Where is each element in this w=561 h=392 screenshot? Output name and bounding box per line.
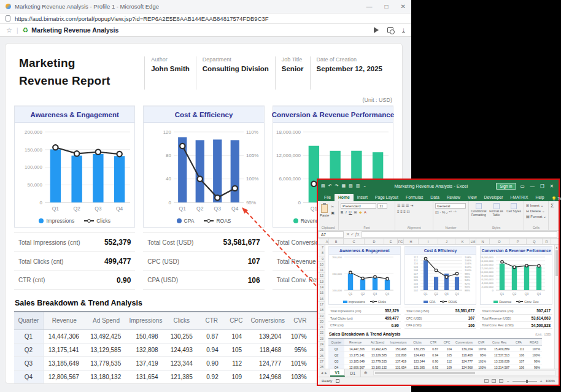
ribbon-tab-help[interactable]: Help [532,194,548,201]
row-header-17[interactable]: 17 [318,302,325,307]
minimize-button[interactable]: — [366,3,373,10]
ribbon-tab-view[interactable]: View [464,194,481,201]
ribbon-tab-i-matrix[interactable]: i-MATRIX [507,194,532,201]
column-header-K[interactable]: K [455,239,470,244]
delete-cells-button[interactable]: ⊟ Delete ⌄ [526,209,545,213]
ribbon-tab-page-layout[interactable]: Page Layout [371,194,402,201]
sort-filter-button[interactable]: Sort & Filter [556,208,559,215]
row-header-28[interactable]: 28 [318,364,325,369]
ribbon-tab-review[interactable]: Review [443,194,464,201]
column-header-H[interactable]: H [404,239,419,244]
zoom-in-icon[interactable]: + [540,379,543,383]
bold-button[interactable]: B [341,210,344,214]
macro-record-icon[interactable] [336,379,339,383]
page-break-view-icon[interactable] [499,379,503,383]
column-header-FG[interactable]: FG [398,239,404,244]
cell-styles-icon[interactable] [511,203,517,209]
row-header-9[interactable]: 9 [318,256,325,262]
excel-close-button[interactable]: ✕ [550,183,554,189]
paste-button[interactable]: Paste [320,213,329,218]
border-button[interactable]: ⊞ [354,210,357,214]
number-format-combo[interactable]: General [435,203,466,209]
format-cells-button[interactable]: ▤ Format ⌄ [526,214,546,219]
ribbon-tab-file[interactable]: File [320,194,335,201]
align-bottom-icons[interactable]: ≡ ≡ ≡ ⊡ [397,209,410,214]
number-icons[interactable]: ◫ · % ٫ ⁺⁰ ⁻⁰ [435,210,456,215]
row-header-26[interactable]: 26 [318,353,325,359]
row-header-14[interactable]: 14 [318,285,325,290]
row-header-15[interactable]: 15 [318,290,325,296]
horizontal-scrollbar[interactable] [373,371,556,375]
ribbon-tab-formulas[interactable]: Formulas [402,194,427,201]
row-header-21[interactable]: 21 [318,325,325,330]
undo-icon[interactable]: ↶ [328,183,332,188]
zoom-slider[interactable] [513,381,537,382]
align-top-icons[interactable]: ☰ ☰ ☰ ⇥ [397,203,413,208]
row-header-13[interactable]: 13 [318,279,325,285]
underline-button[interactable]: U [349,210,352,214]
column-header-C[interactable]: C [344,239,365,244]
download-icon[interactable]: ↓ [402,27,405,33]
autosum-icon[interactable]: Σ [551,203,554,208]
sheet-area[interactable]: Awareness & Engagement200,000150,000100,… [325,245,559,369]
font-name-combo[interactable]: Pretendard [341,203,376,209]
italic-button[interactable]: I [346,210,347,214]
ribbon-tab-data[interactable]: Data [427,194,443,201]
sheet-nav-arrows[interactable]: ◂▸ [318,369,330,377]
copy-small-icon[interactable]: ▣ [331,210,335,215]
cut-icon[interactable]: ✂ [331,204,335,209]
font-size-combo[interactable]: 11 [377,203,387,209]
format-as-table-icon[interactable] [493,203,500,209]
formula-input[interactable] [362,231,557,238]
excel-minimize-button[interactable]: — [530,183,535,189]
row-header-18[interactable]: 18 [318,307,325,313]
row-headers[interactable]: 7891011121314151617181920212223242526272… [318,245,325,369]
row-header-7[interactable]: 7 [318,245,325,250]
row-header-25[interactable]: 25 [318,347,325,353]
save-icon[interactable]: ▤ [321,183,325,188]
name-box[interactable]: A7 [318,231,344,238]
row-header-12[interactable]: 12 [318,273,325,279]
cell-styles-button[interactable]: Cell Styles [506,210,521,213]
formula-icons[interactable]: ✕ ✓ ƒx [346,232,359,237]
run-report-icon[interactable] [374,27,379,33]
row-header-11[interactable]: 11 [318,267,325,273]
copy-icon[interactable]: ▥ [356,183,360,188]
conditional-formatting-icon[interactable] [476,203,482,209]
paste-icon[interactable] [321,204,328,213]
close-button[interactable]: ✕ [401,3,406,10]
tell-me-box[interactable]: 💡 Tell me what you want to do [552,196,561,201]
vertical-scrollbar[interactable]: ▲ [554,245,559,369]
ribbon-tab-developer[interactable]: Developer [481,194,507,201]
column-header-D[interactable]: D [365,239,384,244]
column-header-N[interactable]: N [476,239,490,244]
column-header-J[interactable]: J [438,239,455,244]
row-header-20[interactable]: 20 [318,319,325,325]
conditional-formatting-button[interactable]: Conditional Formatting [471,210,487,217]
row-header-16[interactable]: 16 [318,296,325,302]
chart-icon[interactable]: ▧ [349,183,353,188]
row-header-10[interactable]: 10 [318,262,325,267]
print-icon[interactable]: ▦ [341,183,346,188]
excel-maximize-button[interactable]: ❐ [540,183,544,189]
ribbon-tab-insert[interactable]: Insert [354,194,371,201]
font-color-button[interactable]: A [364,210,367,214]
row-header-23[interactable]: 23 [318,336,325,342]
column-headers[interactable]: ABCDEFGHIJKLMNOPQR [318,239,559,245]
column-header-E[interactable]: E [384,239,398,244]
fill-color-button[interactable]: ◆ [359,210,363,214]
sign-in-button[interactable]: Sign in [496,183,517,190]
ribbon-tab-home[interactable]: Home [335,194,354,201]
row-header-19[interactable]: 19 [318,313,325,319]
favorite-star-icon[interactable]: ☆ [6,26,12,34]
column-header-O[interactable]: O [490,239,509,244]
sheet-tab-v1[interactable]: V1 [330,369,346,377]
redo-icon[interactable]: ↷ [335,183,339,188]
zoom-out-icon[interactable]: − [506,379,509,383]
insert-cells-button[interactable]: ⊞ Insert ⌄ [526,203,543,208]
normal-view-icon[interactable] [484,379,489,383]
export-save-icon[interactable] [387,27,393,33]
row-header-24[interactable]: 24 [318,342,325,347]
row-header-22[interactable]: 22 [318,330,325,336]
column-header-P[interactable]: P [509,239,527,244]
